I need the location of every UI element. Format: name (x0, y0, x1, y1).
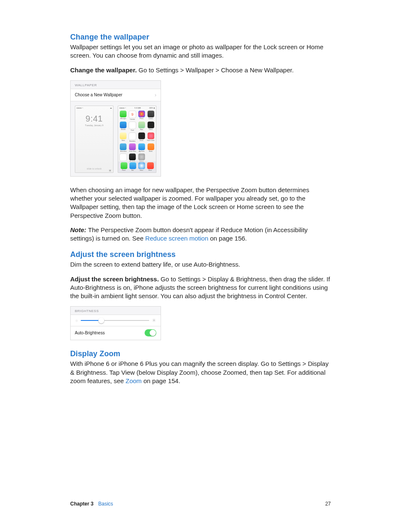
app-icon[interactable]: Videos (147, 122, 155, 131)
preview-home-screen[interactable]: ●●●●● ⚬ 9:41 AM 100% ▮ Messages9Calendar… (118, 106, 156, 173)
app-icon[interactable]: Music (147, 162, 154, 171)
lock-date: Tuesday, January 9 (75, 124, 113, 127)
brightness-slider[interactable] (81, 320, 149, 321)
row-label: Choose a New Wallpaper (75, 93, 122, 97)
chapter-number: Chapter 3 (70, 501, 93, 507)
inline-bold: Change the wallpaper. (70, 66, 139, 74)
link-reduce-screen-motion[interactable]: Reduce screen motion (145, 235, 208, 242)
heading-adjust-brightness: Adjust the screen brightness (70, 250, 331, 259)
app-icon[interactable]: Mail (129, 162, 136, 171)
app-icon[interactable]: Stocks (138, 132, 146, 142)
app-icon[interactable]: App Store (138, 143, 146, 152)
preview-lock-screen[interactable]: ●●●●● ⚬ ▬ 9:41 Tuesday, January 9 slide … (75, 106, 113, 173)
app-icon[interactable]: 9Calendar (129, 111, 137, 120)
dock: PhoneMailSafariMusic (118, 161, 156, 172)
document-page: Change the wallpaper Wallpaper settings … (0, 0, 401, 532)
app-label: Maps (140, 129, 143, 130)
app-label: Safari (140, 169, 143, 171)
heading-display-zoom: Display Zoom (70, 349, 331, 358)
paragraph-wallpaper-howto: Change the wallpaper. Go to Settings > W… (70, 66, 331, 74)
app-label: Mail (132, 169, 134, 171)
app-label: Game Center (147, 140, 155, 141)
slider-thumb[interactable] (98, 318, 104, 323)
inline-text: With iPhone 6 or iPhone 6 Plus you can m… (70, 360, 329, 384)
status-carrier: ●●●●● ⚬ (119, 107, 126, 109)
lock-time: 9:41 (75, 114, 113, 124)
paragraph-display-zoom: With iPhone 6 or iPhone 6 Plus you can m… (70, 360, 331, 385)
inline-text: Go to Settings > Wallpaper > Choose a Ne… (139, 66, 294, 74)
paragraph-note: Note: The Perspective Zoom button doesn'… (70, 226, 331, 243)
app-label: Phone (122, 169, 126, 171)
note-label: Note: (70, 226, 88, 233)
app-icon[interactable]: Game Center (147, 132, 155, 142)
app-label: iBooks (149, 151, 153, 152)
app-icon[interactable]: Camera (147, 111, 155, 120)
row-auto-brightness: Auto-Brightness (71, 326, 161, 340)
app-label: Clock (131, 130, 134, 131)
wallpaper-previews: ●●●●● ⚬ ▬ 9:41 Tuesday, January 9 slide … (71, 101, 161, 176)
app-icon[interactable]: Notes (119, 132, 127, 142)
page-footer: Chapter 3 Basics 27 (70, 501, 331, 507)
app-icon[interactable]: iBooks (147, 143, 155, 152)
inline-text: on page 154. (142, 377, 180, 384)
app-icon[interactable]: Safari (138, 162, 145, 171)
status-battery: ▬ (110, 107, 112, 109)
app-icon[interactable]: Weather (119, 122, 127, 131)
auto-brightness-toggle[interactable] (145, 329, 156, 336)
app-icon[interactable]: Newsstand (119, 143, 127, 152)
app-label: Music (149, 169, 152, 171)
inline-text: on page 156. (208, 235, 247, 242)
app-grid: Messages9CalendarPhotosCameraWeatherCloc… (118, 110, 156, 163)
status-battery: 100% ▮ (149, 107, 155, 109)
status-carrier: ●●●●● ⚬ (77, 107, 83, 109)
footer-chapter: Chapter 3 Basics (70, 501, 113, 507)
toggle-knob (150, 330, 156, 336)
paragraph-perspective-zoom: When choosing an image for new wallpaper… (70, 186, 331, 220)
app-label: Weather (121, 129, 126, 130)
paragraph-brightness-howto: Adjust the screen brightness. Go to Sett… (70, 275, 331, 301)
camera-icon: ▣ (109, 169, 111, 172)
status-time: 9:41 AM (135, 107, 141, 109)
app-icon[interactable]: Reminders (129, 132, 137, 142)
sun-dim-icon: ☼ (75, 318, 78, 323)
app-icon[interactable]: Photos (138, 111, 146, 120)
app-icon[interactable]: iTunes Store (129, 143, 137, 152)
paragraph-wallpaper-intro: Wallpaper settings let you set an image … (70, 43, 331, 60)
figure-wallpaper-settings: WALLPAPER Choose a New Wallpaper › ●●●●●… (70, 80, 161, 177)
link-zoom[interactable]: Zoom (126, 377, 142, 384)
app-label: Calendar (130, 119, 135, 120)
app-label: iTunes Store (129, 151, 136, 152)
figure-brightness-settings: BRIGHTNESS ☼ ☀ Auto-Brightness (70, 306, 161, 340)
app-label: Messages (121, 118, 127, 119)
app-label: App Store (139, 151, 144, 152)
app-icon[interactable]: Maps (138, 122, 146, 131)
brightness-slider-row: ☼ ☀ (71, 315, 161, 326)
sun-bright-icon: ☀ (152, 318, 156, 323)
paragraph-brightness-intro: Dim the screen to extend battery life, o… (70, 260, 331, 269)
row-choose-new-wallpaper[interactable]: Choose a New Wallpaper › (71, 89, 161, 101)
app-icon[interactable]: Messages (119, 111, 127, 120)
chevron-right-icon: › (155, 92, 156, 98)
settings-section-header: BRIGHTNESS (71, 307, 161, 315)
settings-section-header: WALLPAPER (71, 81, 161, 89)
app-label: Stocks (140, 140, 143, 141)
app-label: Reminders (129, 140, 136, 142)
app-label: Photos (140, 118, 143, 119)
app-label: Newsstand (120, 151, 127, 152)
row-label: Auto-Brightness (75, 331, 105, 335)
chapter-title: Basics (98, 501, 113, 507)
app-label: Notes (121, 140, 125, 141)
inline-bold: Adjust the screen brightness. (70, 275, 161, 283)
app-label: Videos (149, 129, 153, 130)
heading-change-wallpaper: Change the wallpaper (70, 33, 331, 42)
page-number: 27 (325, 501, 331, 507)
app-icon[interactable]: Clock (129, 122, 137, 131)
slide-to-unlock-label: slide to unlock (75, 167, 113, 170)
app-icon[interactable]: Phone (121, 162, 127, 171)
app-label: Camera (148, 118, 153, 119)
